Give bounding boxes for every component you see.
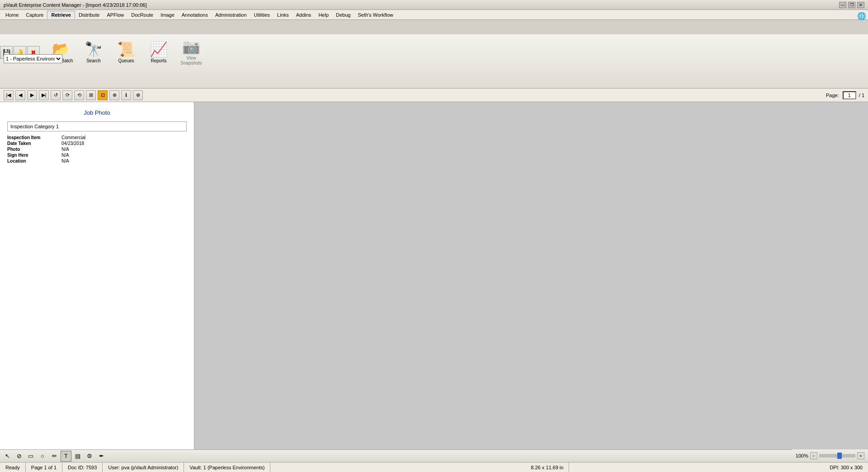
menu-addins[interactable]: Addins bbox=[292, 11, 315, 19]
search-label: Search bbox=[86, 58, 101, 63]
last-page-button[interactable]: ▶| bbox=[39, 90, 49, 100]
field-value-inspection-item: Commercial bbox=[61, 135, 85, 140]
status-dimensions: 8.26 x 11.69 in bbox=[525, 463, 569, 472]
field-label-photo: Photo bbox=[7, 147, 61, 152]
toolbar: 1 - Paperless Environments 💾 🔔 ✖ 📂 Open … bbox=[0, 34, 868, 89]
user-label: User: pva (pVault Administrator) bbox=[108, 465, 178, 470]
fit-button[interactable]: ⊡ bbox=[98, 90, 108, 100]
queues-icon: 📜 bbox=[117, 42, 135, 56]
page-total: / 1 bbox=[859, 93, 864, 98]
image-panel bbox=[194, 102, 868, 464]
menu-image[interactable]: Image bbox=[157, 11, 178, 19]
menu-debug[interactable]: Debug bbox=[332, 11, 354, 19]
menu-docroute[interactable]: DocRoute bbox=[127, 11, 157, 19]
queues-label: Queues bbox=[118, 58, 134, 63]
zoom-fit-button[interactable]: ⊕ bbox=[109, 90, 119, 100]
zoom-in-button[interactable]: + bbox=[857, 452, 864, 459]
menu-retrieve[interactable]: Retrieve bbox=[47, 11, 75, 19]
info-button[interactable]: ℹ bbox=[121, 90, 131, 100]
menu-bar: Home Capture Retrieve Distribute APFlow … bbox=[0, 10, 868, 20]
field-value-sign-here: N/A bbox=[61, 153, 69, 158]
wand-tool-button[interactable]: ✒ bbox=[96, 451, 107, 462]
minimize-button[interactable]: — bbox=[839, 2, 846, 8]
page-controls-bar: |◀ ◀ ▶ ▶| ↺ ⟳ ⟲ ⊞ ⊡ ⊕ ℹ ⊗ Page: / 1 bbox=[0, 89, 868, 102]
doc-id-label: Doc ID: 7593 bbox=[68, 465, 97, 470]
field-label-date-taken: Date Taken bbox=[7, 141, 61, 146]
queues-button[interactable]: 📜 Queues bbox=[110, 34, 142, 70]
pencil-tool-button[interactable]: ✏ bbox=[49, 451, 60, 462]
field-row-inspection-item: Inspection Item Commercial bbox=[7, 135, 187, 140]
dpi-label: DPI: 300 x 300 bbox=[830, 465, 863, 470]
rotate-button[interactable]: ↺ bbox=[51, 90, 61, 100]
redo-button[interactable]: ⟲ bbox=[74, 90, 84, 100]
zoom-slider[interactable] bbox=[819, 454, 855, 458]
status-bar: Ready Page 1 of 1 Doc ID: 7593 User: pva… bbox=[0, 462, 868, 472]
status-page-info: Page 1 of 1 bbox=[26, 463, 62, 472]
field-row-photo: Photo N/A bbox=[7, 147, 187, 152]
page-info-label: Page 1 of 1 bbox=[31, 465, 57, 470]
status-ready: Ready bbox=[0, 463, 26, 472]
open-batch-button[interactable]: 📂 Open Batch bbox=[45, 34, 77, 70]
zoom-controls: 100% − + bbox=[792, 449, 868, 462]
fields-section: Inspection Item Commercial Date Taken 04… bbox=[7, 135, 187, 164]
menu-annotations[interactable]: Annotations bbox=[178, 11, 212, 19]
thumbnail-button[interactable]: ⊞ bbox=[86, 90, 96, 100]
menu-distribute[interactable]: Distribute bbox=[75, 11, 103, 19]
field-label-sign-here: Sign Here bbox=[7, 153, 61, 158]
circle-tool-button[interactable]: ○ bbox=[37, 451, 48, 462]
document-title: Job Photo bbox=[7, 109, 187, 116]
bottom-toolbar: ↖ ⊘ ▭ ○ ✏ T ▤ ⚙ ✒ bbox=[0, 449, 868, 462]
window-title: pVault Enterprise Content Manager - [Imp… bbox=[4, 2, 147, 8]
field-row-sign-here: Sign Here N/A bbox=[7, 153, 187, 158]
field-value-date-taken: 04/23/2018 bbox=[61, 141, 84, 146]
toolbar-buttons: 💾 🔔 ✖ 📂 Open Batch 🔭 Search 📜 Queues 📈 R… bbox=[0, 34, 868, 70]
menu-apflow[interactable]: APFlow bbox=[103, 11, 127, 19]
text-tool-button[interactable]: T bbox=[61, 451, 71, 462]
menu-seths-workflow[interactable]: Seth's Workflow bbox=[354, 11, 396, 19]
status-dpi: DPI: 300 x 300 bbox=[824, 463, 868, 472]
field-label-location: Location bbox=[7, 159, 61, 164]
environment-dropdown[interactable]: 1 - Paperless Environments bbox=[4, 54, 62, 63]
view-snapshots-icon: 📷 bbox=[182, 39, 200, 54]
field-value-location: N/A bbox=[61, 159, 69, 164]
menu-links[interactable]: Links bbox=[274, 11, 292, 19]
status-vault: Vault: 1 (Paperless Environments) bbox=[184, 463, 270, 472]
page-label: Page: bbox=[826, 93, 839, 98]
prev-page-button[interactable]: ◀ bbox=[15, 90, 25, 100]
page-number-input[interactable] bbox=[843, 91, 856, 99]
vault-label: Vault: 1 (Paperless Environments) bbox=[189, 465, 264, 470]
cross-tool-button[interactable]: ⊘ bbox=[14, 451, 24, 462]
close-button[interactable]: ✕ bbox=[857, 2, 864, 8]
rect-tool-button[interactable]: ▭ bbox=[25, 451, 36, 462]
field-label-inspection-item: Inspection Item bbox=[7, 135, 61, 140]
inspection-category-box: Inspection Category 1 bbox=[7, 122, 187, 131]
menu-utilities[interactable]: Utilities bbox=[250, 11, 274, 19]
window-controls: — ❐ ✕ bbox=[839, 2, 864, 8]
menu-administration[interactable]: Administration bbox=[212, 11, 250, 19]
next-page-button[interactable]: ▶ bbox=[27, 90, 37, 100]
reports-icon: 📈 bbox=[150, 42, 168, 56]
first-page-button[interactable]: |◀ bbox=[4, 90, 14, 100]
menu-home[interactable]: Home bbox=[2, 11, 22, 19]
dimensions-label: 8.26 x 11.69 in bbox=[531, 465, 563, 470]
main-content: Job Photo Inspection Category 1 Inspecti… bbox=[0, 102, 868, 464]
pointer-tool-button[interactable]: ↖ bbox=[2, 451, 13, 462]
menu-help[interactable]: Help bbox=[315, 11, 332, 19]
field-value-photo: N/A bbox=[61, 147, 69, 152]
close-doc-button[interactable]: ⊗ bbox=[133, 90, 143, 100]
settings-tool-button[interactable]: ⚙ bbox=[84, 451, 95, 462]
zoom-level: 100% bbox=[796, 453, 808, 458]
reports-button[interactable]: 📈 Reports bbox=[143, 34, 175, 70]
view-snapshots-label: View Snapshots bbox=[178, 56, 205, 65]
zoom-out-button[interactable]: − bbox=[810, 452, 817, 459]
document-tool-button[interactable]: ▤ bbox=[72, 451, 83, 462]
restore-button[interactable]: ❐ bbox=[848, 2, 855, 8]
field-row-location: Location N/A bbox=[7, 159, 187, 164]
refresh-button[interactable]: ⟳ bbox=[62, 90, 72, 100]
search-button[interactable]: 🔭 Search bbox=[78, 34, 109, 70]
search-icon: 🔭 bbox=[85, 42, 103, 56]
inspection-category-label: Inspection Category 1 bbox=[10, 124, 59, 129]
reports-label: Reports bbox=[151, 58, 166, 63]
field-row-date-taken: Date Taken 04/23/2018 bbox=[7, 141, 187, 146]
menu-capture[interactable]: Capture bbox=[22, 11, 47, 19]
